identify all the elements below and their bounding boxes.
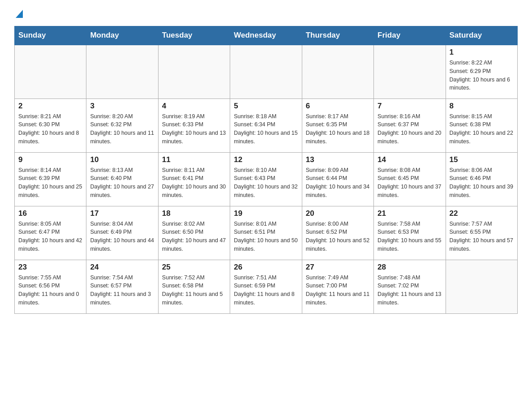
calendar-day-cell: 2Sunrise: 8:21 AMSunset: 6:30 PMDaylight…	[15, 98, 86, 152]
day-info: Sunrise: 8:14 AMSunset: 6:39 PMDaylight:…	[18, 166, 82, 200]
calendar-day-cell: 18Sunrise: 8:02 AMSunset: 6:50 PMDayligh…	[158, 206, 230, 260]
day-info: Sunrise: 7:48 AMSunset: 7:02 PMDaylight:…	[378, 274, 442, 307]
header-sunday: Sunday	[15, 26, 86, 45]
calendar-day-cell: 26Sunrise: 7:51 AMSunset: 6:59 PMDayligh…	[230, 260, 302, 313]
calendar-day-cell: 3Sunrise: 8:20 AMSunset: 6:32 PMDaylight…	[86, 98, 158, 152]
day-info: Sunrise: 8:22 AMSunset: 6:29 PMDaylight:…	[450, 59, 514, 92]
day-info: Sunrise: 7:58 AMSunset: 6:53 PMDaylight:…	[378, 220, 442, 253]
day-number: 16	[18, 209, 82, 218]
calendar-day-cell: 13Sunrise: 8:09 AMSunset: 6:44 PMDayligh…	[302, 152, 373, 206]
day-number: 19	[234, 209, 298, 218]
day-info: Sunrise: 8:05 AMSunset: 6:47 PMDaylight:…	[18, 220, 82, 253]
day-number: 3	[90, 102, 154, 111]
header-saturday: Saturday	[446, 26, 517, 45]
calendar-week-row: 2Sunrise: 8:21 AMSunset: 6:30 PMDaylight…	[15, 98, 518, 152]
day-info: Sunrise: 7:51 AMSunset: 6:59 PMDaylight:…	[234, 274, 298, 307]
day-number: 11	[162, 155, 226, 164]
header-monday: Monday	[86, 26, 158, 45]
page-header	[14, 11, 518, 21]
calendar-day-cell: 25Sunrise: 7:52 AMSunset: 6:58 PMDayligh…	[158, 260, 230, 313]
day-number: 26	[234, 263, 298, 272]
day-number: 10	[90, 155, 154, 164]
day-info: Sunrise: 8:20 AMSunset: 6:32 PMDaylight:…	[90, 112, 154, 146]
day-number: 12	[234, 155, 298, 164]
calendar-day-cell: 16Sunrise: 8:05 AMSunset: 6:47 PMDayligh…	[15, 206, 86, 260]
day-info: Sunrise: 8:02 AMSunset: 6:50 PMDaylight:…	[162, 220, 226, 253]
calendar-day-cell: 28Sunrise: 7:48 AMSunset: 7:02 PMDayligh…	[374, 260, 446, 313]
calendar-day-cell: 1Sunrise: 8:22 AMSunset: 6:29 PMDaylight…	[446, 45, 517, 98]
calendar-day-cell: 22Sunrise: 7:57 AMSunset: 6:55 PMDayligh…	[446, 206, 517, 260]
calendar-day-cell	[86, 45, 158, 98]
day-info: Sunrise: 7:49 AMSunset: 7:00 PMDaylight:…	[306, 274, 370, 307]
calendar-day-cell: 15Sunrise: 8:06 AMSunset: 6:46 PMDayligh…	[446, 152, 517, 206]
calendar-day-cell: 10Sunrise: 8:13 AMSunset: 6:40 PMDayligh…	[86, 152, 158, 206]
calendar-day-cell: 23Sunrise: 7:55 AMSunset: 6:56 PMDayligh…	[15, 260, 86, 313]
day-number: 9	[18, 155, 82, 164]
calendar-header-row: SundayMondayTuesdayWednesdayThursdayFrid…	[15, 26, 518, 45]
day-number: 6	[306, 102, 370, 111]
day-info: Sunrise: 8:15 AMSunset: 6:38 PMDaylight:…	[450, 112, 514, 146]
day-info: Sunrise: 8:10 AMSunset: 6:43 PMDaylight:…	[234, 166, 298, 200]
calendar-day-cell: 11Sunrise: 8:11 AMSunset: 6:41 PMDayligh…	[158, 152, 230, 206]
header-wednesday: Wednesday	[230, 26, 302, 45]
day-info: Sunrise: 7:52 AMSunset: 6:58 PMDaylight:…	[162, 274, 226, 307]
calendar-day-cell: 17Sunrise: 8:04 AMSunset: 6:49 PMDayligh…	[86, 206, 158, 260]
day-info: Sunrise: 8:21 AMSunset: 6:30 PMDaylight:…	[18, 112, 82, 146]
day-number: 5	[234, 102, 298, 111]
day-info: Sunrise: 8:00 AMSunset: 6:52 PMDaylight:…	[306, 220, 370, 253]
calendar-week-row: 16Sunrise: 8:05 AMSunset: 6:47 PMDayligh…	[15, 206, 518, 260]
day-number: 20	[306, 209, 370, 218]
day-info: Sunrise: 8:18 AMSunset: 6:34 PMDaylight:…	[234, 112, 298, 146]
calendar-day-cell	[446, 260, 517, 313]
day-info: Sunrise: 8:01 AMSunset: 6:51 PMDaylight:…	[234, 220, 298, 253]
calendar-day-cell	[158, 45, 230, 98]
day-number: 14	[378, 155, 442, 164]
day-info: Sunrise: 8:19 AMSunset: 6:33 PMDaylight:…	[162, 112, 226, 146]
calendar-day-cell: 6Sunrise: 8:17 AMSunset: 6:35 PMDaylight…	[302, 98, 373, 152]
calendar-day-cell: 14Sunrise: 8:08 AMSunset: 6:45 PMDayligh…	[374, 152, 446, 206]
day-number: 15	[450, 155, 514, 164]
day-info: Sunrise: 8:16 AMSunset: 6:37 PMDaylight:…	[378, 112, 442, 146]
day-number: 1	[450, 48, 514, 57]
calendar-day-cell: 24Sunrise: 7:54 AMSunset: 6:57 PMDayligh…	[86, 260, 158, 313]
day-number: 22	[450, 209, 514, 218]
day-number: 13	[306, 155, 370, 164]
day-info: Sunrise: 8:08 AMSunset: 6:45 PMDaylight:…	[378, 166, 442, 200]
day-number: 23	[18, 263, 82, 272]
day-number: 24	[90, 263, 154, 272]
calendar-day-cell: 21Sunrise: 7:58 AMSunset: 6:53 PMDayligh…	[374, 206, 446, 260]
calendar-day-cell: 9Sunrise: 8:14 AMSunset: 6:39 PMDaylight…	[15, 152, 86, 206]
day-info: Sunrise: 7:54 AMSunset: 6:57 PMDaylight:…	[90, 274, 154, 307]
day-number: 27	[306, 263, 370, 272]
day-number: 7	[378, 102, 442, 111]
day-number: 2	[18, 102, 82, 111]
day-info: Sunrise: 8:17 AMSunset: 6:35 PMDaylight:…	[306, 112, 370, 146]
day-info: Sunrise: 8:04 AMSunset: 6:49 PMDaylight:…	[90, 220, 154, 253]
day-info: Sunrise: 8:06 AMSunset: 6:46 PMDaylight:…	[450, 166, 514, 200]
day-info: Sunrise: 8:09 AMSunset: 6:44 PMDaylight:…	[306, 166, 370, 200]
header-thursday: Thursday	[302, 26, 373, 45]
day-number: 8	[450, 102, 514, 111]
calendar-week-row: 9Sunrise: 8:14 AMSunset: 6:39 PMDaylight…	[15, 152, 518, 206]
calendar-day-cell	[374, 45, 446, 98]
day-info: Sunrise: 7:57 AMSunset: 6:55 PMDaylight:…	[450, 220, 514, 253]
day-info: Sunrise: 8:11 AMSunset: 6:41 PMDaylight:…	[162, 166, 226, 200]
calendar-day-cell: 5Sunrise: 8:18 AMSunset: 6:34 PMDaylight…	[230, 98, 302, 152]
calendar-week-row: 1Sunrise: 8:22 AMSunset: 6:29 PMDaylight…	[15, 45, 518, 98]
day-number: 25	[162, 263, 226, 272]
calendar-day-cell: 7Sunrise: 8:16 AMSunset: 6:37 PMDaylight…	[374, 98, 446, 152]
calendar-day-cell: 27Sunrise: 7:49 AMSunset: 7:00 PMDayligh…	[302, 260, 373, 313]
calendar-day-cell: 8Sunrise: 8:15 AMSunset: 6:38 PMDaylight…	[446, 98, 517, 152]
header-tuesday: Tuesday	[158, 26, 230, 45]
calendar-day-cell: 19Sunrise: 8:01 AMSunset: 6:51 PMDayligh…	[230, 206, 302, 260]
day-number: 4	[162, 102, 226, 111]
logo	[14, 11, 23, 21]
logo-triangle-icon	[16, 10, 23, 20]
calendar-day-cell	[302, 45, 373, 98]
calendar-day-cell: 12Sunrise: 8:10 AMSunset: 6:43 PMDayligh…	[230, 152, 302, 206]
calendar-day-cell	[15, 45, 86, 98]
day-number: 17	[90, 209, 154, 218]
svg-marker-0	[16, 10, 23, 18]
calendar-day-cell: 4Sunrise: 8:19 AMSunset: 6:33 PMDaylight…	[158, 98, 230, 152]
calendar-week-row: 23Sunrise: 7:55 AMSunset: 6:56 PMDayligh…	[15, 260, 518, 313]
